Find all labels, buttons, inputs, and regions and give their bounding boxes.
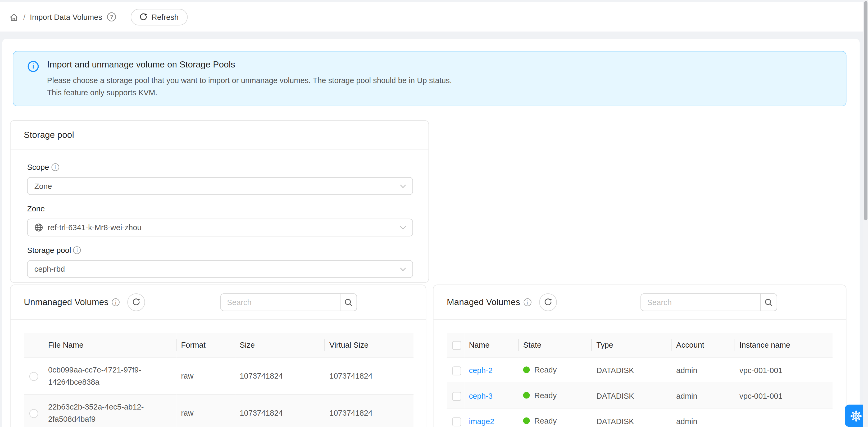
svg-text:?: ? — [110, 14, 113, 20]
status-dot-ready — [523, 366, 530, 373]
scrollbar-thumb[interactable] — [864, 1, 867, 220]
storage-pool-card: Storage pool Scope i Zone Zone — [10, 120, 429, 283]
column-file-name: File Name — [44, 333, 177, 358]
managed-volumes-panel: Managed Volumes i — [433, 285, 846, 427]
managed-info-icon[interactable]: i — [524, 298, 531, 306]
table-row: 0cb099aa-cc7e-4721-97f9-14264bce838a raw… — [24, 358, 413, 394]
cell-type: DATADISK — [592, 383, 672, 408]
cell-state: Ready — [534, 364, 557, 376]
zone-select-value: ref-trl-6341-k-Mr8-wei-zhou — [48, 223, 142, 232]
zone-label-row: Zone — [27, 203, 413, 215]
unmanaged-table: File Name Format Size Virtual Size 0cb09… — [24, 333, 413, 427]
unmanaged-reload-button[interactable] — [127, 294, 145, 311]
refresh-button[interactable]: Refresh — [130, 8, 188, 25]
scope-select[interactable]: Zone — [27, 177, 413, 195]
cell-state: Ready — [534, 415, 557, 427]
managed-table-wrap: Name State Type Account Instance name ce… — [433, 320, 846, 427]
cell-instance-name: vpc-001-001 — [735, 383, 833, 408]
cell-account: admin — [672, 358, 735, 383]
question-circle-icon[interactable]: ? — [106, 12, 116, 22]
chevron-down-icon — [400, 226, 406, 231]
unmanaged-volumes-panel: Unmanaged Volumes i — [10, 285, 427, 427]
unmanaged-table-wrap: File Name Format Size Virtual Size 0cb09… — [10, 320, 426, 427]
cell-format: raw — [177, 358, 236, 394]
cell-virtual-size: 1073741824 — [325, 358, 413, 394]
table-row: ceph-2 Ready DATADISK admin vpc-001-001 — [447, 358, 833, 383]
table-row: image2 Ready DATADISK admin — [447, 408, 833, 427]
globe-icon — [34, 223, 43, 232]
managed-search-input[interactable] — [641, 294, 761, 311]
home-icon[interactable] — [9, 12, 19, 22]
managed-panel-header: Managed Volumes i — [433, 285, 846, 320]
cell-type: DATADISK — [592, 408, 672, 427]
cell-size: 1073741824 — [235, 358, 325, 394]
row-radio[interactable] — [29, 409, 38, 418]
table-row: 22b63c2b-352a-4ec5-ab12-2fa508d4baf9 raw… — [24, 394, 413, 427]
volume-link[interactable]: image2 — [469, 417, 494, 425]
alert-description-line1: Please choose a storage pool that you wa… — [47, 74, 452, 87]
pool-label-row: Storage pool i — [27, 244, 413, 256]
chevron-down-icon — [400, 268, 406, 272]
unmanaged-panel-header: Unmanaged Volumes i — [10, 285, 426, 320]
alert-description-line2: This feature only supports KVM. — [47, 87, 452, 98]
column-name: Name — [465, 333, 519, 358]
row-checkbox[interactable] — [453, 417, 461, 426]
cell-format: raw — [177, 394, 236, 427]
managed-search-button[interactable] — [760, 294, 777, 311]
pool-info-icon[interactable]: i — [73, 246, 81, 254]
cell-instance-name: vpc-001-001 — [735, 358, 833, 383]
status-dot-ready — [523, 418, 530, 424]
row-radio[interactable] — [29, 372, 38, 381]
table-row: ceph-3 Ready DATADISK admin vpc-001-001 — [447, 383, 833, 408]
select-all-checkbox[interactable] — [453, 341, 461, 350]
cell-account: admin — [672, 383, 735, 408]
storage-pool-form: Scope i Zone Zone — [10, 150, 429, 278]
volume-link[interactable]: ceph-3 — [469, 391, 493, 400]
managed-table: Name State Type Account Instance name ce… — [447, 333, 833, 427]
unmanaged-info-icon[interactable]: i — [112, 298, 120, 306]
unmanaged-search-group — [220, 294, 357, 311]
info-alert: i Import and unmanage volume on Storage … — [13, 51, 846, 106]
cell-account: admin — [672, 408, 735, 427]
managed-title: Managed Volumes — [447, 297, 520, 307]
unmanaged-search-input[interactable] — [220, 294, 340, 311]
cell-instance-name — [735, 408, 833, 427]
column-account: Account — [672, 333, 735, 358]
volume-link[interactable]: ceph-2 — [469, 366, 493, 374]
main-content-card: i Import and unmanage volume on Storage … — [2, 39, 860, 427]
scope-info-icon[interactable]: i — [51, 163, 59, 171]
breadcrumb-separator: / — [23, 12, 25, 21]
zone-label: Zone — [27, 204, 45, 213]
column-size: Size — [235, 333, 325, 358]
alert-description: Please choose a storage pool that you wa… — [47, 74, 452, 98]
pool-select[interactable]: ceph-rbd — [27, 260, 413, 278]
breadcrumb-current: Import Data Volumes — [30, 12, 102, 21]
unmanaged-title: Unmanaged Volumes — [24, 297, 108, 307]
scope-select-value: Zone — [34, 182, 52, 190]
zone-select[interactable]: ref-trl-6341-k-Mr8-wei-zhou — [27, 219, 413, 237]
row-checkbox[interactable] — [453, 392, 461, 400]
reload-icon — [140, 13, 147, 21]
cell-size: 1073741824 — [235, 394, 325, 427]
import-data-volumes-page: / Import Data Volumes ? Refresh i Import… — [0, 0, 868, 427]
gear-icon — [850, 410, 862, 422]
managed-reload-button[interactable] — [539, 294, 557, 311]
unmanaged-search-button[interactable] — [340, 294, 357, 311]
chevron-down-icon — [400, 184, 406, 189]
pool-label: Storage pool — [27, 246, 71, 254]
cell-file-name: 22b63c2b-352a-4ec5-ab12-2fa508d4baf9 — [44, 394, 177, 427]
status-dot-ready — [523, 392, 530, 398]
info-circle-icon: i — [28, 61, 39, 72]
column-type: Type — [592, 333, 672, 358]
cell-type: DATADISK — [592, 358, 672, 383]
column-format: Format — [177, 333, 236, 358]
unmanaged-header-row: File Name Format Size Virtual Size — [24, 333, 413, 358]
scope-label: Scope — [27, 163, 49, 172]
refresh-label: Refresh — [152, 12, 179, 21]
pool-select-value: ceph-rbd — [34, 265, 65, 273]
storage-pool-card-title: Storage pool — [10, 121, 429, 150]
page-header: / Import Data Volumes ? Refresh — [0, 2, 868, 31]
alert-title: Import and unmanage volume on Storage Po… — [47, 60, 235, 70]
row-checkbox[interactable] — [453, 366, 461, 375]
cell-file-name: 0cb099aa-cc7e-4721-97f9-14264bce838a — [44, 358, 177, 394]
